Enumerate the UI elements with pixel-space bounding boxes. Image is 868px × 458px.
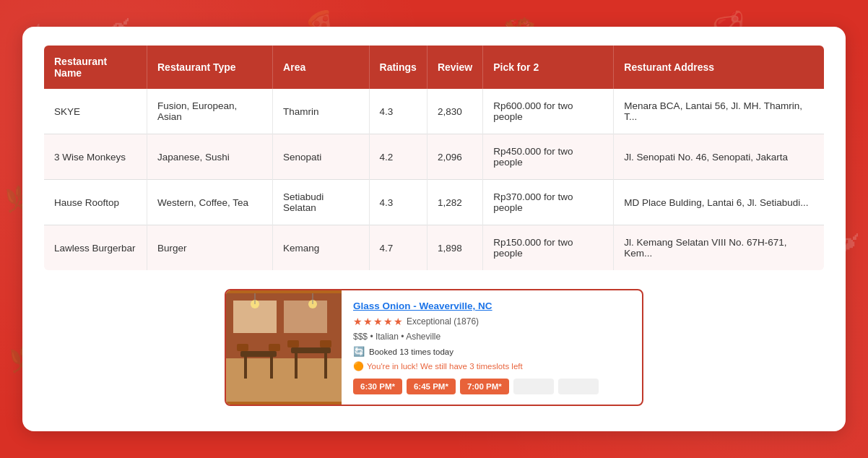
table-cell-0-6: Menara BCA, Lantai 56, Jl. MH. Thamrin, … [614, 89, 825, 134]
table-cell-0-0: SKYE [43, 89, 147, 134]
svg-rect-13 [320, 340, 331, 347]
reservation-info: Glass Onion - Weaverville, NC ★★★★★ Exce… [342, 290, 642, 405]
time-slot-2[interactable]: 6:45 PM* [407, 379, 456, 394]
reservation-card: Glass Onion - Weaverville, NC ★★★★★ Exce… [225, 289, 643, 406]
reservation-rating: ★★★★★ Exceptional (1876) [353, 316, 630, 327]
reservation-section: Glass Onion - Weaverville, NC ★★★★★ Exce… [43, 289, 825, 406]
table-cell-1-0: 3 Wise Monkeys [43, 134, 147, 180]
svg-rect-8 [295, 353, 298, 379]
table-cell-3-6: Jl. Kemang Selatan VIII No. 67H-671, Kem… [614, 225, 825, 272]
svg-rect-10 [237, 344, 248, 351]
svg-rect-9 [324, 353, 327, 379]
reservation-booked: 🔄 Booked 13 times today [353, 346, 630, 357]
table-cell-3-2: Kemang [273, 225, 369, 272]
table-cell-2-1: Western, Coffee, Tea [147, 180, 273, 225]
restaurant-photo [226, 290, 342, 405]
table-cell-3-3: 4.7 [369, 225, 427, 272]
restaurant-photo-svg [226, 290, 342, 405]
svg-rect-5 [244, 357, 247, 379]
table-row: Hause RooftopWestern, Coffee, TeaSetiabu… [43, 180, 825, 225]
col-header-area: Area [273, 45, 369, 89]
table-cell-1-5: Rp450.000 for two people [483, 134, 614, 180]
reservation-price: $$$ • Italian • Asheville [353, 332, 630, 342]
col-header-ratings: Ratings [369, 45, 427, 89]
svg-rect-7 [291, 347, 331, 353]
svg-rect-11 [269, 344, 280, 351]
table-cell-3-0: Lawless Burgerbar [43, 225, 147, 272]
time-slot-1[interactable]: 6:30 PM* [353, 379, 402, 394]
table-cell-0-5: Rp600.000 for two people [483, 89, 614, 134]
table-cell-1-3: 4.2 [369, 134, 427, 180]
reservation-luck: 🟠 You're in luck! We still have 3 timesl… [353, 361, 630, 371]
time-slot-3[interactable]: 7:00 PM* [460, 379, 509, 394]
table-cell-1-4: 2,096 [427, 134, 482, 180]
table-cell-2-2: Setiabudi Selatan [273, 180, 369, 225]
table-cell-3-5: Rp150.000 for two people [483, 225, 614, 272]
svg-rect-4 [240, 351, 277, 357]
table-cell-3-4: 1,898 [427, 225, 482, 272]
col-header-review: Review [427, 45, 482, 89]
table-cell-1-2: Senopati [273, 134, 369, 180]
restaurant-table: Restaurant Name Restaurant Type Area Rat… [43, 44, 825, 272]
svg-rect-12 [287, 340, 299, 347]
table-cell-2-3: 4.3 [369, 180, 427, 225]
table-cell-1-1: Japanese, Sushi [147, 134, 273, 180]
col-header-pick: Pick for 2 [483, 45, 614, 89]
rating-label: Exceptional (1876) [407, 316, 479, 327]
booked-icon: 🔄 [353, 346, 365, 357]
col-header-address: Resturant Address [614, 45, 825, 89]
table-cell-2-0: Hause Rooftop [43, 180, 147, 225]
time-slot-ghost-1 [513, 379, 554, 394]
main-card: Restaurant Name Restaurant Type Area Rat… [22, 27, 846, 431]
table-header-row: Restaurant Name Restaurant Type Area Rat… [43, 45, 825, 89]
star-icons: ★★★★★ [353, 316, 404, 327]
table-cell-0-2: Thamrin [273, 89, 369, 134]
time-slots-container: 6:30 PM* 6:45 PM* 7:00 PM* [353, 379, 630, 394]
table-cell-0-1: Fusion, European, Asian [147, 89, 273, 134]
reservation-restaurant-name[interactable]: Glass Onion - Weaverville, NC [353, 301, 630, 311]
table-row: 3 Wise MonkeysJapanese, SushiSenopati4.2… [43, 134, 825, 180]
svg-rect-6 [270, 357, 273, 379]
table-cell-1-6: Jl. Senopati No. 46, Senopati, Jakarta [614, 134, 825, 180]
svg-rect-3 [284, 301, 327, 333]
time-slot-ghost-2 [558, 379, 599, 394]
table-cell-2-4: 1,282 [427, 180, 482, 225]
table-row: SKYEFusion, European, AsianThamrin4.32,8… [43, 89, 825, 134]
col-header-name: Restaurant Name [43, 45, 147, 89]
table-cell-0-4: 2,830 [427, 89, 482, 134]
table-cell-2-6: MD Place Bulding, Lantai 6, Jl. Setiabud… [614, 180, 825, 225]
table-row: Lawless BurgerbarBurgerKemang4.71,898Rp1… [43, 225, 825, 272]
table-cell-0-3: 4.3 [369, 89, 427, 134]
luck-icon: 🟠 [353, 361, 364, 371]
table-cell-2-5: Rp370.000 for two people [483, 180, 614, 225]
table-cell-3-1: Burger [147, 225, 273, 272]
col-header-type: Restaurant Type [147, 45, 273, 89]
